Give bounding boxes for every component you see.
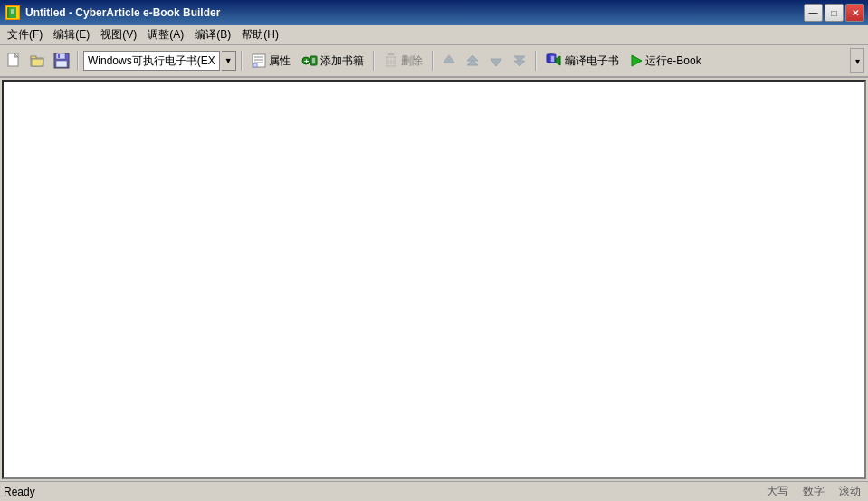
svg-rect-13 <box>56 61 67 67</box>
svg-rect-12 <box>56 53 65 59</box>
move-down-fast-button[interactable] <box>509 50 530 72</box>
main-content-area <box>2 80 866 479</box>
compile-button[interactable]: 编译电子书 <box>541 50 624 72</box>
menu-view[interactable]: 视图(V) <box>95 25 142 44</box>
properties-label: 属性 <box>269 53 291 69</box>
up-icon <box>442 53 456 68</box>
toolbar-sep-1 <box>77 51 79 71</box>
move-up-fast-button[interactable] <box>462 50 483 72</box>
caps-lock-indicator: 大写 <box>763 484 792 499</box>
svg-rect-19 <box>253 63 257 67</box>
toolbar-sep-5 <box>535 51 537 71</box>
compile-label: 编译电子书 <box>565 53 619 69</box>
toolbar-sep-2 <box>241 51 243 71</box>
menu-bar: 文件(F) 编辑(E) 视图(V) 调整(A) 编译(B) 帮助(H) <box>0 25 868 45</box>
toolbar: Windows可执行电子书(EX ▼ 属性 + 添加书籍 <box>0 45 868 78</box>
run-icon <box>630 54 643 67</box>
window-controls: — □ ✕ <box>804 4 864 22</box>
window-title: Untitled - CyberArticle e-Book Builder <box>25 6 220 19</box>
save-button[interactable] <box>51 50 72 72</box>
svg-marker-42 <box>556 56 560 65</box>
menu-file[interactable]: 文件(F) <box>2 25 48 44</box>
down-fast-icon <box>512 53 527 68</box>
new-icon <box>6 53 23 69</box>
move-up-button[interactable] <box>438 50 460 72</box>
properties-button[interactable]: 属性 <box>247 50 295 72</box>
run-button[interactable]: 运行e-Book <box>625 50 706 72</box>
svg-marker-10 <box>32 59 43 66</box>
new-button[interactable] <box>4 50 25 72</box>
open-button[interactable] <box>27 50 49 72</box>
properties-icon <box>252 53 266 68</box>
app-icon <box>5 5 20 20</box>
delete-button[interactable]: 删除 <box>379 50 427 72</box>
status-text: Ready <box>4 486 35 498</box>
svg-text:+: + <box>304 57 309 66</box>
add-book-label: 添加书籍 <box>320 53 364 69</box>
maximize-button[interactable]: □ <box>825 4 844 22</box>
save-icon <box>53 53 70 69</box>
svg-marker-36 <box>514 61 525 66</box>
status-bar: Ready 大写 数字 滚动 <box>0 481 868 501</box>
status-right: 大写 数字 滚动 <box>763 484 864 499</box>
svg-rect-1 <box>9 7 16 18</box>
delete-label: 删除 <box>401 53 423 69</box>
svg-marker-34 <box>491 59 501 66</box>
book-type-dropdown[interactable]: Windows可执行电子书(EX <box>83 51 220 71</box>
scroll-lock-indicator: 滚动 <box>835 484 864 499</box>
down-icon <box>489 53 503 68</box>
toolbar-overflow-button[interactable]: ▾ <box>850 48 864 73</box>
compile-icon <box>546 53 562 68</box>
title-bar-left: Untitled - CyberArticle e-Book Builder <box>5 5 220 20</box>
book-type-dropdown-arrow[interactable]: ▼ <box>222 51 236 71</box>
minimize-button[interactable]: — <box>804 4 823 22</box>
svg-marker-31 <box>444 55 454 63</box>
delete-icon <box>384 53 398 68</box>
up-fast-icon <box>465 53 480 68</box>
run-label: 运行e-Book <box>645 53 701 69</box>
add-book-button[interactable]: + 添加书籍 <box>297 50 368 72</box>
svg-marker-43 <box>632 55 642 66</box>
menu-compile[interactable]: 编译(B) <box>189 25 236 44</box>
menu-help[interactable]: 帮助(H) <box>236 25 284 44</box>
open-icon <box>30 53 46 69</box>
title-bar: Untitled - CyberArticle e-Book Builder —… <box>0 0 868 25</box>
close-button[interactable]: ✕ <box>845 4 864 22</box>
add-book-icon: + <box>301 53 318 69</box>
menu-adjust[interactable]: 调整(A) <box>142 25 189 44</box>
toolbar-sep-4 <box>432 51 434 71</box>
svg-rect-14 <box>58 54 60 58</box>
num-lock-indicator: 数字 <box>799 484 828 499</box>
toolbar-sep-3 <box>373 51 375 71</box>
menu-edit[interactable]: 编辑(E) <box>48 25 95 44</box>
move-down-button[interactable] <box>485 50 507 72</box>
